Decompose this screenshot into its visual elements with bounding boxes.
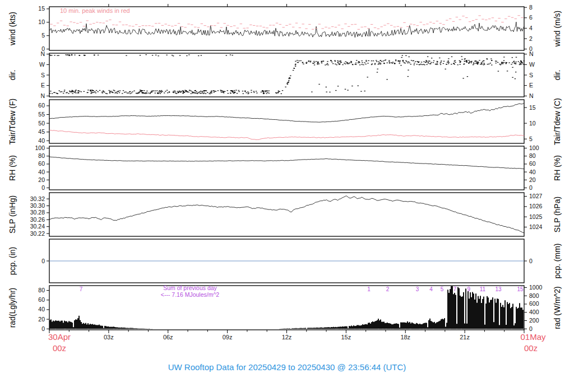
tick-label-right: 600 [529,300,539,307]
tick-label-right: 1024 [529,223,543,230]
Tdew_F-line [49,130,524,139]
tick-label-left: 45 [38,128,45,135]
tick-label-right: 400 [529,309,539,315]
tick-label-right: 60 [529,160,536,167]
tick-label-right: 8 [529,4,533,11]
x-tick-label: 21z [460,334,470,340]
tick-label-right: 4 [529,25,533,31]
x-start-date: 30Apr [48,332,71,342]
tick-label-right: 6 [529,14,533,21]
tick-label-left: 60 [38,102,45,109]
rad-cumulative-mark: 4 [429,286,433,292]
axis-title-right-rad: rad (W/m^2) [553,286,562,329]
tick-label-right: S [529,72,533,78]
panel-slp: 30.2230.2430.2630.2830.3030.321024102510… [8,193,562,237]
Tair_F-line [49,103,524,122]
tick-label-left: 60 [38,160,45,167]
rad-cumulative-mark: 15 [517,286,524,292]
tick-label-left: N [40,50,45,57]
axis-title-right-rh: RH (%) [553,155,562,181]
tick-label-left: 0 [41,184,45,191]
axis-title-left-slp: SLP (inHg) [8,195,17,234]
tick-label-left: 15 [38,5,45,12]
axis-title-right-temp: Tair/Tdew (C) [553,98,562,145]
axis-title-left-rad: rad(Lgly/hr) [8,288,17,328]
rad-cumulative-mark: 13 [496,286,502,292]
tick-label-right: 20 [529,176,536,183]
tick-label-right: 0 [529,184,533,191]
tick-label-right: 80 [529,152,536,159]
tick-label-left: E [41,82,45,88]
tick-label-left: 60 [38,296,45,303]
rad-cumulative-mark: 3 [416,286,419,292]
tick-label-left: 30.22 [30,230,45,237]
tick-label-left: 40 [38,306,45,312]
axis-title-right-dir: dir. [553,70,562,81]
tick-label-left: W [39,61,45,68]
rad-cumulative-mark: 7 [453,286,457,292]
tick-label-right: 100 [529,144,539,151]
tick-label-left: 40 [38,137,45,144]
weather-multipanel-chart: UW Rooftop Data for 20250429 to 20250430… [0,0,574,392]
tick-label-right: 2 [529,35,533,42]
tick-label-left: 55 [38,111,45,118]
tick-label-left: 5 [41,32,45,39]
x-end-date: 01May [520,332,546,342]
tick-label-right: 800 [529,292,539,299]
axis-title-left-dir: dir. [8,70,17,81]
tick-label-right: 1026 [529,203,543,209]
tick-label-right: 1027 [529,193,543,199]
tick-label-right: 0 [529,325,533,332]
tick-label-right: W [529,61,535,68]
rad-sum-note-line1: Sum of previous day [163,284,217,291]
tick-label-right: 200 [529,317,539,324]
tick-label-left: N [40,92,45,99]
tick-label-left: 30.24 [30,223,45,230]
tick-label-left: 30.30 [30,202,45,209]
axis-title-right-pcp: pcp. (mm) [553,244,562,279]
tick-label-right: 40 [529,169,536,175]
tick-label-right: 1000 [529,284,543,291]
tick-label-left: 30.28 [30,209,45,216]
tick-label-right: N [529,92,534,99]
radiation-bars [49,286,524,329]
tick-label-left: 0 [41,325,45,332]
panel-frame [49,100,524,143]
tick-label-right: 15 [529,104,536,111]
x-tick-label: 15z [341,334,351,340]
x-start-hour: 00z [53,343,66,353]
tick-label-left: 40 [38,169,45,175]
annotations: 10 min. peak winds in redSum of previous… [60,7,524,298]
panel-frame [49,146,524,190]
x-tick-label: 09z [223,334,233,340]
tick-label-right: E [529,82,533,88]
tick-label-left: 80 [38,152,45,159]
panel-rh: 020406080100020406080100RH (%)RH (%) [8,144,562,191]
RH_pct-line [49,157,524,169]
rad-cumulative-mark: 7 [80,286,83,292]
tick-label-left: 100 [35,144,45,151]
tick-label-right: 10 [529,120,536,127]
tick-label-left: 0 [41,258,45,264]
x-end-hour: 00z [524,343,538,353]
tick-label-left: 50 [38,120,45,127]
tick-label-left: 20 [38,316,45,323]
axis-title-left-wind: wind (kts) [8,12,17,46]
tick-label-left: 20 [38,176,45,183]
panel-frame [49,53,524,97]
page-title: UW Rooftop Data for 20250429 to 20250430… [168,362,406,372]
rad-cumulative-mark: 9 [467,286,470,292]
x-tick-label: 12z [282,334,292,340]
tick-label-right: 5 [529,136,533,142]
rad-cumulative-mark: 11 [480,286,486,292]
tick-label-left: 80 [38,287,45,293]
tick-label-left: 10 [38,18,45,25]
tick-label-left: 30.26 [30,216,45,223]
wind-direction-scatter [49,54,525,94]
tick-label-left: S [41,72,45,78]
rad-cumulative-mark: 1 [367,286,371,292]
axis-title-left-rh: RH (%) [8,155,17,181]
tick-label-right: 1025 [529,213,543,220]
panel-temp: 404550556051015Tair/Tdew (F)Tair/Tdew (C… [8,98,562,145]
x-tick-label: 18z [400,334,410,340]
